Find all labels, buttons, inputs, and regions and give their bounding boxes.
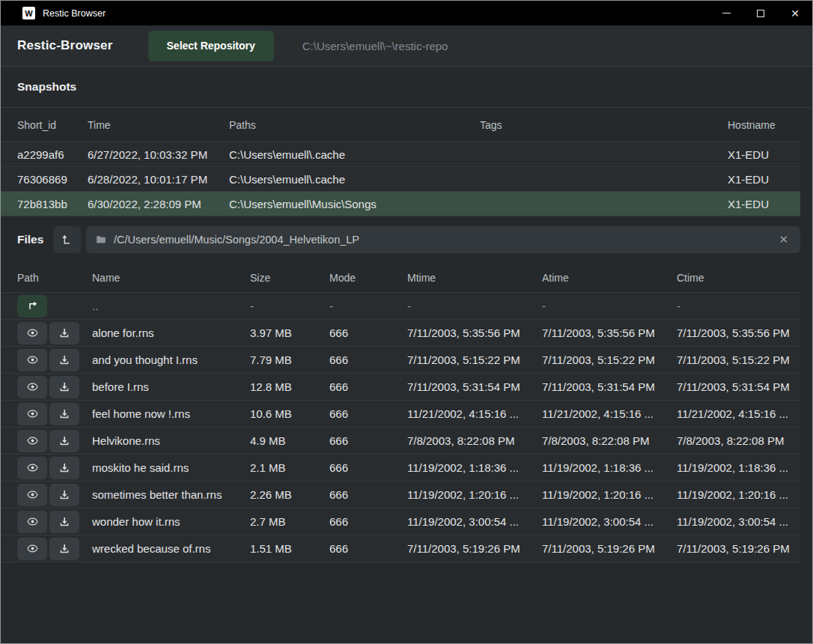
file-row[interactable]: before I.rns 12.8 MB 666 7/11/2003, 5:31… xyxy=(1,374,800,401)
download-icon xyxy=(58,327,70,339)
close-button[interactable]: ✕ xyxy=(778,1,812,25)
preview-file-button[interactable] xyxy=(17,322,47,344)
snapshot-paths: C:\Users\emuell\.cache xyxy=(229,148,480,161)
breadcrumb-path-text: /C/Users/emuell/Music/Songs/2004_Helveti… xyxy=(114,234,776,246)
files-title: Files xyxy=(17,233,53,246)
download-file-button[interactable] xyxy=(49,349,79,371)
download-file-button[interactable] xyxy=(49,430,79,452)
download-file-button[interactable] xyxy=(49,511,79,533)
clear-path-button[interactable]: ✕ xyxy=(776,231,791,248)
files-toolbar: Files /C/Users/emuell/Music/Songs/2004_H… xyxy=(1,216,812,263)
file-atime: 11/19/2002, 3:00:54 ... xyxy=(542,515,677,528)
empty-area xyxy=(1,562,812,643)
download-file-button[interactable] xyxy=(49,403,79,425)
window-controls: ✕ xyxy=(709,1,812,25)
file-name: feel home now !.rns xyxy=(92,407,250,420)
minimize-button[interactable] xyxy=(709,1,743,25)
file-mode: 666 xyxy=(329,434,407,447)
preview-file-button[interactable] xyxy=(17,403,47,425)
file-name: sometimes better than.rns xyxy=(92,488,250,501)
snapshot-row[interactable]: 76306869 6/28/2022, 10:01:17 PM C:\Users… xyxy=(1,167,800,192)
file-ctime: 7/11/2003, 5:15:22 PM xyxy=(677,353,800,366)
eye-icon xyxy=(25,435,40,446)
minimize-icon xyxy=(722,13,731,13)
snapshot-row-selected[interactable]: 72b813bb 6/30/2022, 2:28:09 PM C:\Users\… xyxy=(1,192,800,216)
file-mtime: 11/19/2002, 1:20:16 ... xyxy=(407,488,542,501)
file-mtime: 11/19/2002, 3:00:54 ... xyxy=(407,515,542,528)
download-file-button[interactable] xyxy=(49,322,79,344)
file-row[interactable]: wonder how it.rns 2.7 MB 666 11/19/2002,… xyxy=(1,508,800,535)
eye-icon xyxy=(25,408,40,419)
file-mtime: 7/11/2003, 5:15:22 PM xyxy=(407,353,542,366)
file-mode: 666 xyxy=(329,380,407,393)
file-name: Helvikone.rns xyxy=(92,434,250,447)
column-header-name: Name xyxy=(92,272,250,284)
file-mode: 666 xyxy=(329,407,407,420)
download-file-button[interactable] xyxy=(49,538,79,560)
file-size: 12.8 MB xyxy=(250,380,329,393)
download-file-button[interactable] xyxy=(49,457,79,479)
path-breadcrumb-field[interactable]: /C/Users/emuell/Music/Songs/2004_Helveti… xyxy=(86,226,800,253)
snapshot-short-id: a2299af6 xyxy=(17,148,88,161)
file-row[interactable]: and you thought I.rns 7.79 MB 666 7/11/2… xyxy=(1,347,800,374)
column-header-atime: Atime xyxy=(542,272,677,284)
window-title: Restic Browser xyxy=(43,8,709,19)
file-mtime: 7/8/2003, 8:22:08 PM xyxy=(407,434,542,447)
app-header: Restic-Browser Select Repository C:\User… xyxy=(1,25,812,67)
file-atime: - xyxy=(542,300,677,312)
titlebar: W Restic Browser ✕ xyxy=(1,1,812,25)
maximize-icon xyxy=(757,10,764,17)
clear-x-icon: ✕ xyxy=(779,233,788,246)
file-ctime: 11/21/2002, 4:15:16 ... xyxy=(677,407,800,420)
download-file-button[interactable] xyxy=(49,376,79,398)
file-size: 10.6 MB xyxy=(250,407,329,420)
files-table-header: Path Name Size Mode Mtime Atime Ctime xyxy=(1,263,800,293)
file-row[interactable]: moskito he said.rns 2.1 MB 666 11/19/200… xyxy=(1,455,800,482)
file-ctime: 11/19/2002, 1:18:36 ... xyxy=(677,461,800,474)
snapshot-hostname: X1-EDU xyxy=(728,148,800,161)
file-row[interactable]: Helvikone.rns 4.9 MB 666 7/8/2003, 8:22:… xyxy=(1,428,800,455)
file-ctime: 7/8/2003, 8:22:08 PM xyxy=(677,434,800,447)
file-size: 7.79 MB xyxy=(250,353,329,366)
go-parent-directory-button[interactable] xyxy=(17,295,47,318)
app-window: W Restic Browser ✕ Restic-Browser Select… xyxy=(0,0,813,644)
download-icon xyxy=(58,543,70,555)
column-header-paths: Paths xyxy=(229,119,480,131)
preview-file-button[interactable] xyxy=(17,349,47,371)
file-mtime: 11/21/2002, 4:15:16 ... xyxy=(407,407,542,420)
parent-directory-row[interactable]: .. - - - - - xyxy=(1,293,800,320)
file-mode: 666 xyxy=(329,461,407,474)
file-atime: 7/8/2003, 8:22:08 PM xyxy=(542,434,677,447)
eye-icon xyxy=(25,489,40,500)
preview-file-button[interactable] xyxy=(17,376,47,398)
file-ctime: 7/11/2003, 5:35:56 PM xyxy=(677,326,800,339)
snapshot-time: 6/27/2022, 10:03:32 PM xyxy=(88,148,229,161)
file-atime: 7/11/2003, 5:19:26 PM xyxy=(542,542,677,555)
column-header-mtime: Mtime xyxy=(407,272,542,284)
column-header-short-id: Short_id xyxy=(17,119,88,131)
file-row[interactable]: alone for.rns 3.97 MB 666 7/11/2003, 5:3… xyxy=(1,320,800,347)
preview-file-button[interactable] xyxy=(17,457,47,479)
file-row[interactable]: sometimes better than.rns 2.26 MB 666 11… xyxy=(1,482,800,508)
file-row[interactable]: wrecked because of.rns 1.51 MB 666 7/11/… xyxy=(1,535,800,562)
file-size: 2.26 MB xyxy=(250,488,329,501)
file-mode: 666 xyxy=(329,353,407,366)
preview-file-button[interactable] xyxy=(17,430,47,452)
snapshot-short-id: 76306869 xyxy=(17,173,88,186)
maximize-button[interactable] xyxy=(743,1,778,25)
preview-file-button[interactable] xyxy=(17,484,47,506)
up-directory-button[interactable] xyxy=(53,226,81,253)
select-repository-button[interactable]: Select Repository xyxy=(148,31,274,61)
download-file-button[interactable] xyxy=(49,484,79,506)
close-icon: ✕ xyxy=(791,8,800,19)
snapshot-row[interactable]: a2299af6 6/27/2022, 10:03:32 PM C:\Users… xyxy=(1,142,800,167)
file-ctime: - xyxy=(677,300,800,312)
preview-file-button[interactable] xyxy=(17,511,47,533)
file-row[interactable]: feel home now !.rns 10.6 MB 666 11/21/20… xyxy=(1,401,800,428)
repository-path: C:\Users\emuell\~\restic-repo xyxy=(302,40,448,52)
snapshot-hostname: X1-EDU xyxy=(728,198,800,210)
file-name: moskito he said.rns xyxy=(92,461,250,474)
file-mode: 666 xyxy=(329,542,407,555)
download-icon xyxy=(58,408,70,420)
preview-file-button[interactable] xyxy=(17,538,47,560)
